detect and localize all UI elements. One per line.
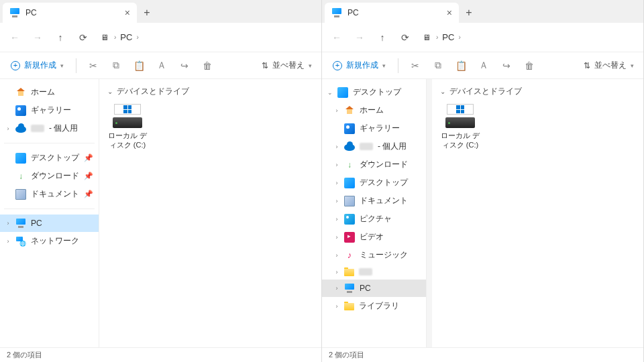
- drive-label: ローカル ディスク (C:): [107, 131, 148, 150]
- explorer-left: PC × + ← → ↑ ⟳ 🖥 › PC › + 新規作成 ▾ ✂ ⧉ 📋 Ａ…: [0, 0, 322, 362]
- nav-bar: ← → ↑ ⟳ 🖥 › PC ›: [0, 23, 321, 52]
- group-header[interactable]: ⌄ デバイスとドライブ: [440, 86, 635, 97]
- drive-icon: [113, 104, 142, 128]
- scrollbar[interactable]: [427, 79, 432, 347]
- rename-icon[interactable]: Ａ: [474, 56, 494, 76]
- breadcrumb[interactable]: 🖥 › PC ›: [421, 32, 461, 43]
- sidebar-item-pc[interactable]: ›PC: [322, 280, 426, 297]
- sidebar-item-download[interactable]: ›↓ダウンロード📌: [0, 167, 99, 185]
- separator: [4, 208, 95, 209]
- sidebar-item-gallery[interactable]: ›ギャラリー: [0, 101, 99, 119]
- sidebar-item-label: ギャラリー: [31, 105, 71, 116]
- cut-icon[interactable]: ✂: [83, 56, 103, 76]
- drive-item[interactable]: ローカル ディスク (C:): [107, 104, 148, 150]
- tab-pc[interactable]: PC ×: [325, 3, 459, 23]
- up-button[interactable]: ↑: [50, 27, 71, 48]
- sidebar-item-home[interactable]: ›ホーム: [0, 83, 99, 101]
- copy-icon[interactable]: ⧉: [428, 56, 448, 76]
- chevron-right-icon: ›: [136, 34, 138, 41]
- sidebar-item-pc[interactable]: ›PC: [0, 215, 99, 232]
- drive-item[interactable]: ローカル ディスク (C:): [440, 104, 480, 150]
- toolbar: + 新規作成 ▾ ✂ ⧉ 📋 Ａ ↪ 🗑 ⇅ 並べ替え ▾: [322, 52, 643, 79]
- sidebar-item-label: ダウンロード: [31, 170, 79, 182]
- drive-icon: [445, 104, 475, 128]
- forward-button[interactable]: →: [27, 27, 48, 48]
- copy-icon[interactable]: ⧉: [106, 56, 126, 76]
- group-header[interactable]: ⌄ デバイスとドライブ: [107, 86, 313, 97]
- sort-button[interactable]: ⇅ 並べ替え ▾: [258, 57, 316, 74]
- paste-icon[interactable]: 📋: [129, 56, 149, 76]
- body: ›ホーム›ギャラリー› - 個人用›デスクトップ📌›↓ダウンロード📌›ドキュメン…: [0, 79, 321, 347]
- sidebar-item-gallery[interactable]: ›ギャラリー: [322, 119, 426, 137]
- blurred-text: [31, 125, 44, 132]
- status-text: 2 個の項目: [7, 350, 42, 360]
- sort-button[interactable]: ⇅ 並べ替え ▾: [580, 57, 638, 74]
- gallery-icon: [344, 123, 355, 134]
- close-tab-icon[interactable]: ×: [125, 7, 130, 18]
- chevron-icon: ›: [334, 143, 339, 150]
- sidebar-item-label: デスクトップ: [360, 177, 408, 188]
- sidebar-item-label: ギャラリー: [360, 123, 400, 134]
- back-button[interactable]: ←: [4, 27, 25, 48]
- sidebar-item-home[interactable]: ›ホーム: [322, 101, 426, 119]
- delete-icon[interactable]: 🗑: [519, 56, 539, 76]
- sidebar-item-desktop[interactable]: ›デスクトップ📌: [0, 149, 99, 167]
- tab-pc[interactable]: PC ×: [3, 3, 137, 23]
- nav-bar: ← → ↑ ⟳ 🖥 › PC ›: [322, 23, 643, 52]
- sidebar-item-video[interactable]: ›ビデオ: [322, 228, 426, 246]
- breadcrumb[interactable]: 🖥 › PC ›: [99, 32, 139, 43]
- sidebar-item-label: ピクチャ: [360, 213, 392, 225]
- sidebar-item-label: デスクトップ: [31, 152, 79, 164]
- close-tab-icon[interactable]: ×: [447, 7, 452, 18]
- share-icon[interactable]: ↪: [174, 56, 195, 76]
- toolbar: + 新規作成 ▾ ✂ ⧉ 📋 Ａ ↪ 🗑 ⇅ 並べ替え ▾: [0, 52, 321, 79]
- sidebar-item-download[interactable]: ›↓ダウンロード: [322, 156, 426, 174]
- plus-icon: +: [11, 61, 20, 70]
- breadcrumb-item[interactable]: PC: [120, 32, 132, 42]
- new-tab-button[interactable]: +: [459, 3, 479, 23]
- chevron-icon: ›: [5, 238, 11, 245]
- pin-icon: 📌: [84, 190, 93, 198]
- plus-icon: +: [333, 61, 342, 70]
- paste-icon[interactable]: 📋: [451, 56, 471, 76]
- sidebar-item-label: ライブラリ: [359, 300, 399, 312]
- forward-button[interactable]: →: [349, 27, 370, 48]
- rename-icon[interactable]: Ａ: [152, 56, 172, 76]
- group-label: デバイスとドライブ: [117, 86, 189, 97]
- pin-icon: 📌: [84, 172, 93, 180]
- sidebar-item-network[interactable]: ›ネットワーク: [0, 232, 99, 250]
- sort-label: 並べ替え: [272, 60, 305, 71]
- sidebar-item-onedrive[interactable]: › - 個人用: [0, 119, 99, 137]
- new-button[interactable]: + 新規作成 ▾: [327, 57, 391, 74]
- sidebar-item-onedrive[interactable]: › - 個人用: [322, 137, 426, 156]
- cut-icon[interactable]: ✂: [405, 56, 425, 76]
- new-tab-button[interactable]: +: [137, 3, 157, 23]
- chevron-right-icon: ›: [436, 34, 438, 41]
- sidebar-item-document[interactable]: ›ドキュメント📌: [0, 185, 99, 203]
- separator: [76, 58, 76, 73]
- refresh-button[interactable]: ⟳: [72, 27, 94, 48]
- new-label: 新規作成: [346, 60, 378, 71]
- desktop-icon: [337, 87, 348, 98]
- chevron-icon: ›: [334, 234, 339, 241]
- document-icon: [344, 196, 355, 206]
- sidebar-item-desktop[interactable]: ⌄デスクトップ: [322, 83, 426, 101]
- sidebar-item-desktop[interactable]: ›デスクトップ: [322, 174, 426, 192]
- sidebar-item-music[interactable]: ›♪ミュージック: [322, 246, 426, 264]
- refresh-button[interactable]: ⟳: [394, 27, 416, 48]
- sort-icon: ⇅: [262, 61, 268, 70]
- sidebar-item-folder[interactable]: ›: [322, 264, 426, 280]
- breadcrumb-item[interactable]: PC: [442, 32, 454, 42]
- sidebar-item-folder[interactable]: ›ライブラリ: [322, 297, 426, 315]
- separator: [4, 143, 95, 143]
- up-button[interactable]: ↑: [372, 27, 393, 48]
- back-button[interactable]: ←: [326, 27, 347, 48]
- chevron-icon: ›: [334, 269, 339, 276]
- sidebar-item-document[interactable]: ›ドキュメント: [322, 192, 426, 210]
- blurred-text: [360, 143, 373, 150]
- delete-icon[interactable]: 🗑: [197, 56, 217, 76]
- share-icon[interactable]: ↪: [496, 56, 517, 76]
- new-button[interactable]: + 新規作成 ▾: [5, 57, 69, 74]
- download-icon: ↓: [15, 171, 26, 182]
- sidebar-item-pictures[interactable]: ›ピクチャ: [322, 210, 426, 228]
